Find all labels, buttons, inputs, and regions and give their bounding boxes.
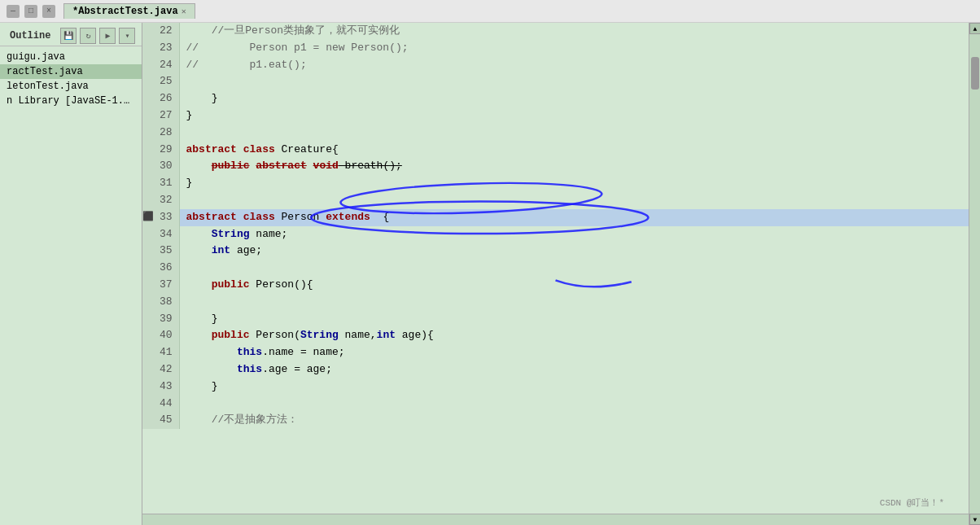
line-number: 30 [142, 158, 179, 175]
line-number: 26 [142, 90, 179, 107]
line-number: 27 [142, 107, 179, 125]
table-row: 27 } [142, 107, 969, 125]
table-row: 23 // Person p1 = new Person(); [142, 40, 969, 57]
outline-label: Outline [3, 28, 57, 43]
line-content[interactable]: public abstract void breath(); [179, 158, 969, 175]
line-number: 41 [142, 344, 179, 361]
type-string: String [212, 228, 250, 240]
table-row: 38 [142, 294, 969, 311]
table-row: 31 } [142, 175, 969, 192]
sidebar-dropdown[interactable]: ▾ [119, 28, 135, 44]
tab-abstracttest[interactable]: *AbstractTest.java ✕ [63, 3, 195, 19]
keyword-abstract: abstract [186, 143, 237, 155]
line-number: 22 [142, 23, 179, 40]
table-row: 24 // p1.eat(); [142, 57, 969, 74]
line-number: 42 [142, 361, 179, 378]
title-bar: — □ × *AbstractTest.java ✕ [0, 0, 980, 23]
keyword-class2: class [243, 211, 275, 223]
keyword-class: class [243, 143, 275, 155]
type-int: int [212, 244, 230, 256]
sidebar: Outline 💾 ↻ ▶ ▾ guigu.java ractTest.java… [0, 23, 142, 525]
line-content[interactable]: } [179, 175, 969, 192]
line-content[interactable]: String name; [179, 226, 969, 243]
comment-text: //一旦Person类抽象了，就不可实例化 [186, 24, 400, 37]
line-content[interactable] [179, 396, 969, 413]
line-content[interactable] [179, 73, 969, 90]
sidebar-item-guigu[interactable]: guigu.java [0, 50, 142, 64]
code-table: 22 //一旦Person类抽象了，就不可实例化 23 // Person p1… [142, 23, 969, 429]
table-row: 43 } [142, 378, 969, 396]
line-number: 28 [142, 125, 179, 142]
line-content[interactable]: } [179, 90, 969, 107]
comment-text: // p1.eat(); [186, 59, 307, 71]
line-number: 44 [142, 396, 179, 413]
comment-text2: //不是抽象方法： [186, 413, 299, 426]
line-number: 36 [142, 260, 179, 277]
table-row: 45 //不是抽象方法： [142, 412, 969, 429]
table-row: 29 abstract class Creature{ [142, 142, 969, 159]
line-content[interactable]: //一旦Person类抽象了，就不可实例化 [179, 23, 969, 40]
line-content[interactable]: } [179, 378, 969, 396]
keyword-this2: this [237, 363, 262, 375]
sidebar-item-library[interactable]: n Library [JavaSE-1.8] [0, 94, 142, 108]
sidebar-btn-refresh[interactable]: ↻ [80, 28, 96, 44]
table-row: 30 public abstract void breath(); [142, 158, 969, 175]
line-content[interactable]: int age; [179, 243, 969, 260]
line-content[interactable]: public Person(String name,int age){ [179, 327, 969, 344]
table-row: 25 [142, 73, 969, 90]
table-row: ⬛ 33 abstract class Person extends { [142, 209, 969, 226]
tab-label: *AbstractTest.java [72, 6, 178, 17]
table-row: 26 } [142, 90, 969, 107]
line-content[interactable]: } [179, 311, 969, 328]
line-number: 31 [142, 175, 179, 192]
close-icon[interactable]: × [42, 5, 55, 18]
sidebar-btn-run[interactable]: ▶ [99, 28, 116, 44]
line-content[interactable]: abstract class Creature{ [179, 142, 969, 159]
keyword-void: void [313, 160, 339, 172]
type-int2: int [377, 329, 396, 341]
type-string2: String [300, 329, 339, 341]
line-content[interactable] [179, 192, 969, 209]
line-number: 25 [142, 73, 179, 90]
keyword-this: this [237, 346, 262, 358]
line-content[interactable]: //不是抽象方法： [179, 412, 969, 429]
maximize-icon[interactable]: □ [24, 5, 37, 18]
line-number: 32 [142, 192, 179, 209]
comment-text: // Person p1 = new Person(); [186, 42, 409, 54]
line-content[interactable]: } [179, 107, 969, 125]
scrollbar-down-btn[interactable]: ▼ [969, 514, 980, 525]
scrollbar-thumb[interactable] [971, 57, 979, 90]
table-row: 36 [142, 260, 969, 277]
sidebar-btn-save[interactable]: 💾 [60, 28, 77, 44]
line-content[interactable] [179, 260, 969, 277]
keyword-public: public [212, 160, 250, 172]
line-content[interactable] [179, 294, 969, 311]
tab-close-icon[interactable]: ✕ [182, 7, 186, 16]
sidebar-item-abstracttest[interactable]: ractTest.java [0, 64, 142, 79]
line-number: 37 [142, 277, 179, 294]
line-content[interactable]: this.age = age; [179, 361, 969, 378]
line-content[interactable]: // p1.eat(); [179, 57, 969, 74]
table-row: 44 [142, 396, 969, 413]
scrollbar-horizontal[interactable] [142, 514, 969, 525]
minimize-icon[interactable]: — [7, 5, 20, 18]
table-row: 28 [142, 125, 969, 142]
line-content[interactable] [179, 125, 969, 142]
keyword-abstract2: abstract [256, 160, 306, 172]
line-content[interactable]: this.name = name; [179, 344, 969, 361]
sidebar-item-skeleton[interactable]: letonTest.java [0, 79, 142, 94]
code-scroll[interactable]: 22 //一旦Person类抽象了，就不可实例化 23 // Person p1… [142, 23, 969, 514]
scrollbar-up-btn[interactable]: ▲ [969, 23, 980, 34]
table-row: 41 this.name = name; [142, 344, 969, 361]
scrollbar-vertical[interactable]: ▲ ▼ [969, 23, 980, 525]
line-content[interactable]: abstract class Person extends { [179, 209, 969, 226]
code-area: 22 //一旦Person类抽象了，就不可实例化 23 // Person p1… [142, 23, 969, 525]
line-number: 24 [142, 57, 179, 74]
line-content[interactable]: public Person(){ [179, 277, 969, 294]
table-row: 39 } [142, 311, 969, 328]
keyword-public3: public [212, 329, 250, 341]
line-content[interactable]: // Person p1 = new Person(); [179, 40, 969, 57]
line-number: 35 [142, 243, 179, 260]
table-row: 37 public Person(){ [142, 277, 969, 294]
method-breath: breath(); [339, 160, 402, 172]
